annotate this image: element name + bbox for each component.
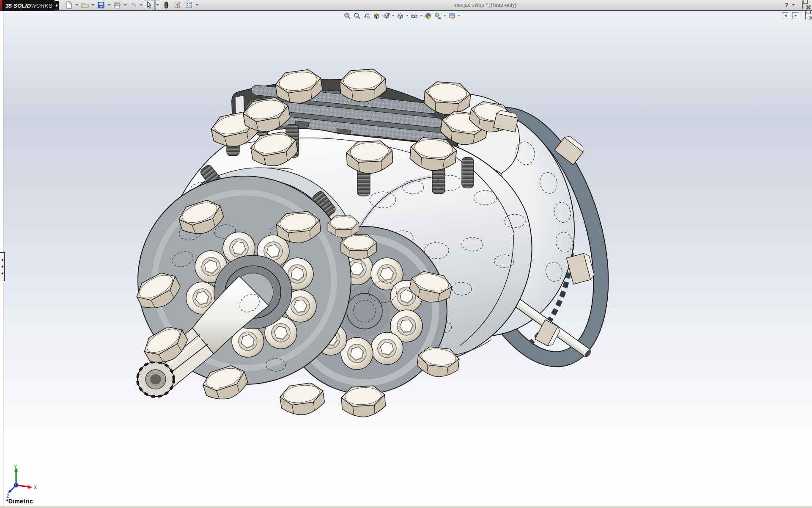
section-view-icon [373, 12, 380, 19]
view-orientation-button[interactable] [381, 11, 391, 20]
undo-icon [129, 1, 137, 9]
restore-button[interactable] [802, 1, 803, 9]
zoom-to-fit-icon [344, 12, 351, 19]
previous-view-button[interactable] [362, 11, 371, 20]
file-properties-button[interactable] [172, 0, 183, 10]
zoom-to-area-icon [354, 12, 361, 19]
view-orientation-name: *Dimetric [6, 498, 33, 505]
apply-scene-dropdown[interactable] [443, 11, 447, 20]
triad-y-label: Y [14, 464, 17, 469]
zoom-to-fit-button[interactable] [343, 11, 352, 20]
view-orientation-icon [383, 12, 390, 19]
select-cursor-icon [145, 1, 153, 9]
display-style-icon [397, 12, 404, 19]
solidworks-logo[interactable]: 3SSOLIDWORKS [2, 0, 55, 11]
window-title: menjac sklop * [Read-only] [453, 2, 516, 8]
brand-light: WORKS [31, 3, 52, 9]
undo-dropdown[interactable] [139, 0, 143, 10]
window-controls: ? [785, 1, 806, 9]
new-dropdown[interactable] [75, 0, 79, 10]
apply-scene-icon [434, 12, 442, 19]
zoom-to-area-button[interactable] [352, 11, 362, 20]
pane-next-button[interactable] [792, 12, 799, 19]
bottom-screen-strip [0, 506, 812, 508]
titlebar: 3SSOLIDWORKS [0, 0, 812, 11]
print-button[interactable] [112, 0, 123, 10]
feature-manager-collapsed-tab[interactable] [0, 252, 5, 281]
view-settings-icon [448, 12, 455, 19]
open-folder-icon [81, 1, 89, 9]
display-style-button[interactable] [395, 11, 405, 20]
restore-icon [802, 1, 803, 9]
options-button[interactable] [184, 0, 195, 10]
view-settings-dropdown[interactable] [457, 11, 461, 20]
doc-restore-icon [805, 11, 806, 19]
save-dropdown[interactable] [107, 0, 111, 10]
display-style-dropdown[interactable] [405, 11, 409, 20]
doc-restore-button[interactable] [805, 12, 806, 19]
collapse-arrow-icon [1, 258, 3, 262]
pane-previous-icon [785, 14, 787, 17]
flyout-arrow-icon [56, 4, 58, 7]
open-dropdown[interactable] [91, 0, 95, 10]
headsup-view-toolbar [343, 11, 461, 20]
new-button[interactable] [63, 0, 74, 10]
view-settings-button[interactable] [447, 11, 456, 20]
apply-scene-button[interactable] [433, 11, 442, 20]
view-orientation-dropdown[interactable] [391, 11, 395, 20]
collapse-arrow-icon [1, 265, 3, 268]
select-dropdown[interactable] [155, 0, 160, 10]
reference-triad: Y X Z [3, 464, 46, 500]
help-button[interactable]: ? [785, 2, 788, 8]
options-dropdown[interactable] [195, 0, 199, 10]
graphics-viewport[interactable] [3, 11, 812, 506]
menu-flyout-arrow[interactable] [55, 1, 59, 10]
hide-show-items-icon [411, 12, 418, 19]
new-document-icon [65, 1, 73, 9]
triad-x-label: X [34, 485, 37, 490]
file-properties-icon [174, 1, 181, 9]
document-window-controls [782, 12, 809, 19]
pane-next-icon [795, 14, 797, 17]
hide-show-items-button[interactable] [409, 11, 419, 20]
pane-previous-button[interactable] [782, 12, 789, 19]
hide-show-items-dropdown[interactable] [419, 11, 423, 20]
help-dropdown[interactable] [792, 0, 795, 10]
save-button[interactable] [96, 0, 107, 10]
edit-appearance-button[interactable] [423, 11, 433, 20]
edit-appearance-icon [425, 12, 432, 19]
print-icon [113, 1, 121, 9]
previous-view-icon [363, 12, 370, 19]
undo-button[interactable] [128, 0, 139, 10]
brand-glyph: 3S [5, 3, 11, 9]
collapse-arrow-icon [1, 272, 3, 275]
open-button[interactable] [80, 0, 91, 10]
gearbox-model[interactable] [3, 11, 812, 506]
rebuild-traffic-light-icon [162, 1, 170, 9]
save-floppy-icon [97, 1, 105, 9]
section-view-button[interactable] [372, 11, 381, 20]
print-dropdown[interactable] [123, 0, 127, 10]
standard-toolbar [63, 0, 199, 10]
rebuild-button[interactable] [161, 0, 172, 10]
select-button[interactable] [144, 0, 155, 10]
brand-bold: SOLID [14, 3, 31, 9]
options-checklist-icon [185, 1, 193, 9]
